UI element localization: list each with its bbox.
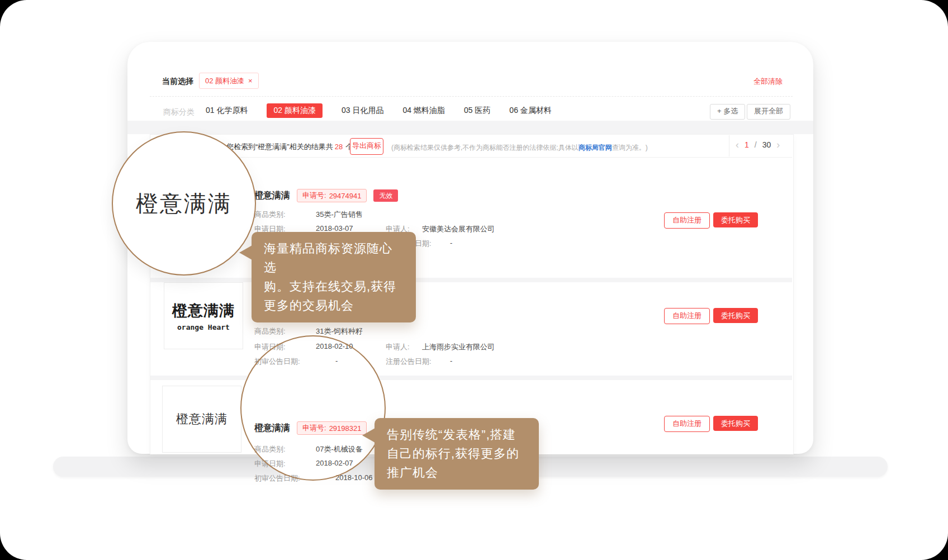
trademark-image-text: 橙意满满 xyxy=(176,411,227,428)
next-page-icon[interactable]: › xyxy=(776,141,780,149)
pagination: ‹ 1 / 30 › xyxy=(736,140,780,149)
self-register-button[interactable]: 自助注册 xyxy=(664,416,710,432)
category-label: 商品类别: xyxy=(254,210,286,220)
magnifier-circle xyxy=(240,335,386,481)
application-number-label: 申请号: xyxy=(302,191,326,201)
clear-all-button[interactable]: 全部清除 xyxy=(753,77,783,87)
disclaimer: (商标检索结果仅供参考,不作为商标能否注册的法律依据;具体以商标局官网查询为准。… xyxy=(391,143,648,153)
applicant-value: 上海雨步实业有限公司 xyxy=(422,342,495,352)
total-pages: 30 xyxy=(762,140,771,149)
status-badge: 无效 xyxy=(373,189,398,202)
applicant-label: 申请人: xyxy=(386,342,410,352)
header-vertical-divider xyxy=(729,135,729,156)
entrust-purchase-button[interactable]: 委托购买 xyxy=(713,416,758,431)
reg-publication-value: - xyxy=(450,239,452,247)
page: 当前选择 02 颜料油漆 × 全部清除 商标分类 01 化学原料 02 颜料油漆… xyxy=(0,0,948,560)
category-item-05[interactable]: 05 医药 xyxy=(464,106,490,116)
category-item-01[interactable]: 01 化学原料 xyxy=(206,106,248,116)
category-item-06[interactable]: 06 金属材料 xyxy=(509,106,551,116)
result-summary: 为您检索到“橙意满满”相关的结果共28个 xyxy=(219,142,353,152)
application-number-chip: 申请号: 29474941 xyxy=(297,189,367,202)
category-item-04[interactable]: 04 燃料油脂 xyxy=(402,106,444,116)
expand-all-button[interactable]: 展开全部 xyxy=(747,104,790,120)
category-list: 01 化学原料 02 颜料油漆 03 日化用品 04 燃料油脂 05 医药 06… xyxy=(206,103,552,118)
apply-date-value: 2018-03-07 xyxy=(316,224,353,232)
trademark-office-link[interactable]: 商标局官网 xyxy=(579,144,612,151)
magnified-trademark-text: 橙意满满 xyxy=(136,188,232,219)
category-item-02-selected[interactable]: 02 颜料油漆 xyxy=(267,103,322,118)
trademark-image: 橙意满满 orange Heart xyxy=(164,282,243,349)
category-value: 31类-饲料种籽 xyxy=(316,326,363,336)
trademark-name[interactable]: 橙意满满 xyxy=(254,190,290,202)
result-count: 28 xyxy=(335,143,343,151)
current-page: 1 xyxy=(745,140,749,149)
category-item-03[interactable]: 03 日化用品 xyxy=(342,106,383,116)
prev-page-icon[interactable]: ‹ xyxy=(736,141,739,149)
trademark-image-subtext: orange Heart xyxy=(177,323,230,331)
export-trademarks-button[interactable]: 导出商标 xyxy=(350,138,383,155)
self-register-button[interactable]: 自助注册 xyxy=(664,212,710,229)
disclaimer-prefix: (商标检索结果仅供参考,不作为商标能否注册的法律依据;具体以 xyxy=(391,144,579,151)
magnifier-circle: 橙意满满 xyxy=(112,131,256,276)
multi-select-button[interactable]: + 多选 xyxy=(710,104,745,120)
trademark-image-text: 橙意满满 xyxy=(172,301,235,321)
reg-publication-value: - xyxy=(450,357,452,365)
remove-filter-icon[interactable]: × xyxy=(248,77,253,85)
entrust-purchase-button[interactable]: 委托购买 xyxy=(713,212,758,227)
application-number: 29474941 xyxy=(329,192,362,200)
category-bar-label: 商标分类 xyxy=(163,107,195,117)
filter-chip-label: 02 颜料油漆 xyxy=(205,76,244,86)
result-summary-prefix: 为您检索到“橙意满满”相关的结果共 xyxy=(219,143,333,151)
reg-publication-label: 注册公告日期: xyxy=(386,357,432,367)
selected-filter-chip[interactable]: 02 颜料油漆 × xyxy=(199,73,259,89)
category-label: 商品类别: xyxy=(254,326,286,336)
feature-tooltip-promo: 告别传统“发表格”,搭建 自己的标行,获得更多的 推广机会 xyxy=(375,418,539,490)
current-selection-label: 当前选择 xyxy=(162,77,193,87)
trademark-image: 橙意满满 xyxy=(162,386,241,453)
category-value: 35类-广告销售 xyxy=(316,210,363,220)
page-separator: / xyxy=(755,140,757,149)
feature-tooltip-trade: 海量精品商标资源随心选 购。支持在线交易,获得 更多的交易机会 xyxy=(252,232,416,322)
self-register-button[interactable]: 自助注册 xyxy=(664,308,710,324)
entrust-purchase-button[interactable]: 委托购买 xyxy=(713,308,758,323)
table-row-title: 橙意满满 申请号: 29474941 无效 xyxy=(254,189,398,202)
disclaimer-suffix: 查询为准。) xyxy=(612,144,648,151)
applicant-value: 安徽美达会展有限公司 xyxy=(422,224,495,234)
